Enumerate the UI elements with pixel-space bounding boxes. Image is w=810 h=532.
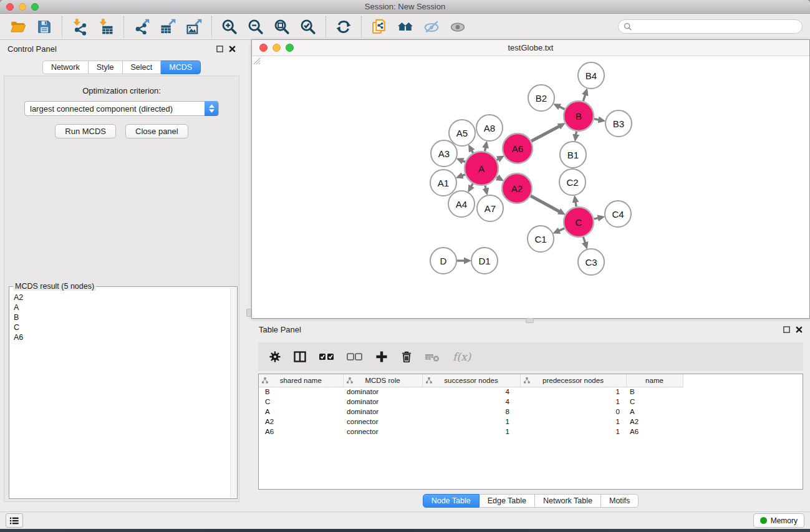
table-cell[interactable]: 0: [520, 407, 626, 417]
edge-A-A8[interactable]: [485, 146, 486, 151]
tab-edge-table[interactable]: Edge Table: [480, 494, 535, 508]
optimization-criterion-dropdown[interactable]: largest connected component (directed): [24, 101, 219, 116]
table-cell[interactable]: 8: [422, 407, 520, 417]
graph-node-D1[interactable]: D1: [471, 248, 498, 274]
graph-node-A6[interactable]: A6: [503, 133, 533, 163]
export-network-button[interactable]: [128, 16, 155, 38]
tab-network[interactable]: Network: [42, 60, 89, 74]
zoom-in-button[interactable]: [216, 16, 243, 38]
search-field[interactable]: [618, 19, 803, 34]
tab-network-table[interactable]: Network Table: [535, 494, 601, 508]
network-window-titlebar[interactable]: testGlobe.txt: [252, 40, 809, 56]
save-session-button[interactable]: [31, 16, 57, 38]
table-cell[interactable]: A2: [259, 417, 343, 427]
edge-A-A5[interactable]: [471, 149, 473, 153]
select-all-checkboxes-icon[interactable]: [318, 351, 335, 363]
graph-node-A2[interactable]: A2: [502, 173, 532, 203]
graph-node-A7[interactable]: A7: [477, 195, 503, 221]
table-cell[interactable]: dominator: [343, 407, 422, 417]
table-cell[interactable]: 1: [520, 397, 626, 407]
show-eye-button[interactable]: [445, 16, 471, 38]
column-header-name[interactable]: name: [626, 374, 683, 387]
zoom-window-button[interactable]: [31, 3, 39, 11]
table-cell[interactable]: A: [259, 407, 343, 417]
table-row[interactable]: A6connector11A6: [259, 427, 683, 437]
edge-C-C2[interactable]: [576, 201, 577, 207]
table-cell[interactable]: 1: [422, 427, 520, 437]
table-row[interactable]: A2connector11A2: [259, 417, 683, 427]
graph-node-B3[interactable]: B3: [605, 110, 632, 137]
graph-node-A3[interactable]: A3: [431, 140, 457, 167]
network-graph[interactable]: B4B2BB3B1A5A8A6A3AA1C2A2A4A7C4CC1C3DD1: [252, 56, 809, 318]
edge-C-C4[interactable]: [594, 218, 599, 219]
table-cell[interactable]: A2: [626, 417, 683, 427]
table-cell[interactable]: 4: [422, 397, 520, 407]
result-list-item[interactable]: C: [14, 322, 237, 332]
float-panel-icon[interactable]: [216, 46, 223, 52]
refresh-view-button[interactable]: [330, 16, 357, 38]
resize-grip-icon[interactable]: [252, 56, 260, 64]
export-table-button[interactable]: [155, 16, 181, 38]
edge-A-A3[interactable]: [461, 160, 465, 162]
add-column-icon[interactable]: [374, 349, 389, 364]
graph-node-A4[interactable]: A4: [448, 191, 475, 217]
table-cell[interactable]: B: [259, 387, 343, 397]
table-cell[interactable]: 1: [520, 387, 626, 397]
table-cell[interactable]: 1: [520, 427, 626, 437]
table-cell[interactable]: C: [259, 397, 343, 407]
graph-node-A8[interactable]: A8: [476, 115, 503, 141]
graph-node-B1[interactable]: B1: [560, 142, 586, 168]
edge-B-B2[interactable]: [558, 106, 564, 109]
zoom-selected-button[interactable]: [295, 16, 321, 38]
column-header-shared-name[interactable]: shared name: [259, 374, 343, 387]
graph-node-B2[interactable]: B2: [528, 85, 554, 111]
table-cell[interactable]: connector: [343, 427, 422, 437]
edge-A-A6[interactable]: [497, 158, 500, 160]
import-network-button[interactable]: [67, 16, 93, 38]
open-session-button[interactable]: [5, 16, 31, 38]
minimize-window-button[interactable]: [19, 3, 26, 11]
search-input[interactable]: [636, 22, 797, 31]
export-image-button[interactable]: [181, 16, 207, 38]
split-view-icon[interactable]: [292, 349, 307, 364]
tab-style[interactable]: Style: [89, 60, 123, 74]
table-cell[interactable]: 4: [422, 387, 520, 397]
graph-node-B4[interactable]: B4: [578, 62, 604, 89]
edge-B-B1[interactable]: [576, 132, 576, 137]
network-canvas[interactable]: B4B2BB3B1A5A8A6A3AA1C2A2A4A7C4CC1C3DD1: [252, 56, 809, 318]
close-panel-icon[interactable]: [229, 46, 236, 52]
edge-C-C3[interactable]: [583, 237, 586, 244]
close-window-button[interactable]: [6, 3, 14, 11]
table-row[interactable]: Adominator80A: [259, 407, 683, 417]
graph-node-A[interactable]: A: [465, 152, 498, 185]
result-list-item[interactable]: A2: [14, 293, 237, 302]
table-cell[interactable]: dominator: [343, 397, 422, 407]
tab-motifs[interactable]: Motifs: [601, 494, 639, 508]
edge-B-B3[interactable]: [594, 119, 600, 120]
column-header-predecessor-nodes[interactable]: predecessor nodes: [520, 374, 626, 387]
edge-A2-C[interactable]: [531, 196, 561, 212]
edge-C-C1[interactable]: [557, 228, 564, 231]
table-cell[interactable]: dominator: [343, 387, 422, 397]
close-panel-button[interactable]: Close panel: [125, 124, 188, 138]
table-cell[interactable]: 1: [422, 417, 520, 427]
close-network-window-button[interactable]: [259, 44, 268, 52]
zoom-fit-button[interactable]: [269, 16, 295, 38]
edge-A-A7[interactable]: [485, 185, 486, 190]
graph-node-C4[interactable]: C4: [605, 201, 631, 227]
edge-A6-B[interactable]: [531, 125, 561, 141]
panel-divider-grip[interactable]: [246, 309, 251, 317]
delete-column-icon[interactable]: [400, 349, 413, 364]
float-table-panel-icon[interactable]: [783, 326, 790, 333]
zoom-out-button[interactable]: [243, 16, 269, 38]
delete-table-icon[interactable]: [424, 351, 440, 363]
edge-B-B4[interactable]: [583, 94, 586, 101]
result-scrollbar[interactable]: [230, 288, 236, 498]
graph-node-C3[interactable]: C3: [578, 249, 604, 275]
close-table-panel-icon[interactable]: [796, 326, 803, 333]
graph-node-C[interactable]: C: [564, 207, 594, 237]
tab-mcds[interactable]: MCDS: [161, 60, 201, 74]
home-layout-button[interactable]: [392, 16, 418, 38]
result-list-item[interactable]: B: [14, 312, 237, 322]
graph-node-B[interactable]: B: [564, 101, 594, 131]
